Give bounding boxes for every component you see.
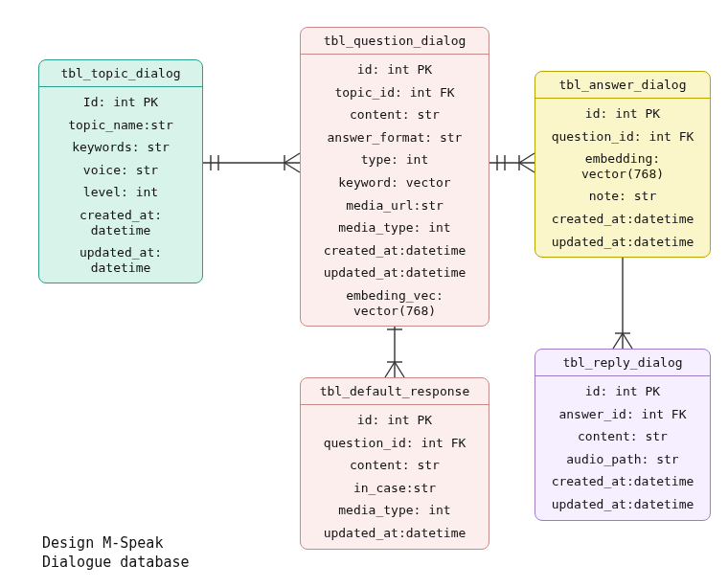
field: type: int xyxy=(301,148,489,171)
field: embeding_vec: vector(768) xyxy=(301,284,489,322)
svg-line-14 xyxy=(395,362,404,377)
field: keywords: str xyxy=(39,136,202,159)
field: Id: int PK xyxy=(39,91,202,114)
svg-line-8 xyxy=(519,153,535,163)
svg-line-9 xyxy=(519,163,535,172)
diagram-caption: Design M-Speak Dialogue database xyxy=(42,534,190,572)
field: updated_at:datetime xyxy=(301,261,489,284)
field: keyword: vector xyxy=(301,171,489,194)
field: updated_at:datetime xyxy=(535,231,710,254)
field: id: int PK xyxy=(301,58,489,81)
field: id: int PK xyxy=(535,380,710,403)
entity-title: tbl_default_response xyxy=(301,378,489,405)
field: in_case:str xyxy=(301,477,489,500)
field: created_at:datetime xyxy=(535,470,710,493)
field: created_at:datetime xyxy=(535,208,710,231)
svg-line-13 xyxy=(385,362,395,377)
svg-line-4 xyxy=(284,163,300,172)
field: updated_at:datetime xyxy=(535,493,710,516)
entity-title: tbl_reply_dialog xyxy=(535,350,710,376)
entity-tbl-reply-dialog: tbl_reply_dialog id: int PK answer_id: i… xyxy=(535,349,711,521)
field: level: int xyxy=(39,181,202,204)
entity-fields: id: int PK question_id: int FK embedding… xyxy=(535,99,710,257)
field: content: str xyxy=(301,103,489,126)
svg-line-19 xyxy=(623,333,632,349)
entity-fields: id: int PK question_id: int FK content: … xyxy=(301,405,489,549)
entity-fields: id: int PK topic_id: int FK content: str… xyxy=(301,55,489,326)
field: updated_at: datetime xyxy=(39,241,202,279)
field: topic_id: int FK xyxy=(301,81,489,104)
field: media_type: int xyxy=(301,216,489,239)
field: media_type: int xyxy=(301,499,489,522)
field: audio_path: str xyxy=(535,448,710,471)
entity-tbl-answer-dialog: tbl_answer_dialog id: int PK question_id… xyxy=(535,71,711,258)
field: id: int PK xyxy=(301,409,489,432)
field: answer_id: int FK xyxy=(535,403,710,426)
entity-fields: id: int PK answer_id: int FK content: st… xyxy=(535,376,710,520)
entity-title: tbl_question_dialog xyxy=(301,28,489,55)
field: question_id: int FK xyxy=(301,432,489,455)
entity-fields: Id: int PK topic_name:str keywords: str … xyxy=(39,87,202,283)
field: media_url:str xyxy=(301,194,489,217)
field: question_id: int FK xyxy=(535,125,710,148)
field: content: str xyxy=(301,454,489,477)
svg-line-3 xyxy=(284,153,300,163)
entity-tbl-topic-dialog: tbl_topic_dialog Id: int PK topic_name:s… xyxy=(38,59,203,283)
field: id: int PK xyxy=(535,102,710,125)
field: topic_name:str xyxy=(39,114,202,137)
field: content: str xyxy=(535,425,710,448)
field: updated_at:datetime xyxy=(301,522,489,545)
svg-line-18 xyxy=(613,333,623,349)
entity-title: tbl_answer_dialog xyxy=(535,72,710,99)
field: created_at:datetime xyxy=(301,239,489,262)
field: created_at: datetime xyxy=(39,204,202,241)
field: voice: str xyxy=(39,159,202,182)
entity-tbl-default-response: tbl_default_response id: int PK question… xyxy=(300,377,489,550)
field: embedding: vector(768) xyxy=(535,147,710,185)
field: answer_format: str xyxy=(301,126,489,149)
field: note: str xyxy=(535,185,710,208)
entity-tbl-question-dialog: tbl_question_dialog id: int PK topic_id:… xyxy=(300,27,489,327)
entity-title: tbl_topic_dialog xyxy=(39,60,202,87)
